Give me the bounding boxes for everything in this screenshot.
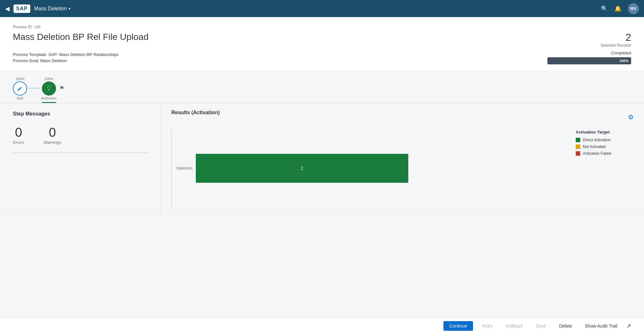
lightbulb-icon bbox=[46, 85, 52, 92]
edit-icon bbox=[17, 86, 23, 91]
step-area: 100% Edit 100% Activation ⚑ bbox=[0, 71, 644, 103]
chart-area: Deletions 2 bbox=[171, 130, 569, 207]
panels-area: Step Messages 0 Errors 0 Warnings Result… bbox=[0, 103, 644, 214]
step-activation-circle[interactable] bbox=[42, 81, 56, 96]
back-button[interactable]: ◀ bbox=[5, 5, 10, 12]
steps-row: 100% Edit 100% Activation ⚑ bbox=[13, 77, 631, 103]
warnings-number: 0 bbox=[43, 126, 61, 139]
app-header: ◀ SAP Mass Deletion ▾ 🔍 🔔 MV bbox=[0, 0, 644, 17]
completed-label: Completed bbox=[611, 51, 631, 55]
avatar[interactable]: MV bbox=[628, 3, 639, 14]
process-goal-label: Process Goal: Mass Deletion bbox=[13, 58, 118, 63]
search-icon[interactable]: 🔍 bbox=[601, 5, 608, 12]
legend-label-direct: Direct Activation bbox=[583, 138, 611, 142]
legend-item-not-activated: Not Activated bbox=[576, 144, 634, 149]
errors-number: 0 bbox=[13, 126, 24, 139]
right-panel: Results (Activation) ⚙ Deletions 2 bbox=[161, 103, 644, 213]
step-connector-1 bbox=[28, 88, 40, 88]
process-meta: Process Template: SAP: Mass Deletion BP … bbox=[13, 52, 118, 64]
app-title-text: Mass Deletion bbox=[34, 6, 67, 12]
app-title: Mass Deletion ▾ bbox=[34, 6, 71, 12]
process-id: Process ID: 130 bbox=[13, 25, 631, 29]
selected-records-label: Selected Records bbox=[601, 43, 631, 48]
step-edit-pct: 100% bbox=[15, 77, 24, 81]
app-title-chevron-icon[interactable]: ▾ bbox=[69, 6, 71, 11]
bar-row: Deletions 2 bbox=[175, 154, 569, 183]
errors-label: Errors bbox=[13, 140, 24, 145]
selected-records-block: 2 Selected Records bbox=[601, 32, 631, 48]
main-content: Process ID: 130 Mass Deletion BP Rel Fil… bbox=[0, 17, 644, 71]
left-panel: Step Messages 0 Errors 0 Warnings bbox=[0, 103, 161, 213]
sap-logo: SAP bbox=[14, 5, 30, 13]
legend-color-direct bbox=[576, 138, 580, 142]
process-title: Mass Deletion BP Rel File Upload bbox=[13, 32, 148, 42]
warnings-label: Warnings bbox=[43, 140, 61, 145]
legend-title: Activation Target bbox=[576, 130, 634, 135]
legend-label-not-activated: Not Activated bbox=[583, 144, 606, 149]
step-activation-label: Activation bbox=[41, 96, 57, 100]
step-edit[interactable]: 100% Edit bbox=[13, 77, 27, 103]
selected-records-number: 2 bbox=[601, 32, 631, 43]
progress-pct-text: 100% bbox=[620, 59, 629, 63]
step-messages-title: Step Messages bbox=[13, 111, 148, 117]
legend-item-direct: Direct Activation bbox=[576, 138, 634, 142]
step-activation[interactable]: 100% Activation bbox=[41, 77, 57, 103]
metrics-row: 0 Errors 0 Warnings bbox=[13, 126, 148, 145]
settings-icon[interactable]: ⚙ bbox=[628, 113, 634, 121]
legend-item-failed: Activation Failed bbox=[576, 151, 634, 156]
right-panel-header: Results (Activation) ⚙ bbox=[171, 110, 634, 125]
bar-label: Deletions bbox=[175, 166, 193, 171]
legend-color-failed bbox=[576, 151, 580, 156]
bar-green: 2 bbox=[196, 154, 408, 183]
notification-icon[interactable]: 🔔 bbox=[614, 5, 621, 12]
errors-block: 0 Errors bbox=[13, 126, 24, 145]
legend-label-failed: Activation Failed bbox=[583, 151, 611, 156]
panel-divider bbox=[13, 153, 148, 153]
finish-flag-icon: ⚑ bbox=[57, 85, 67, 92]
legend-color-not-activated bbox=[576, 144, 580, 149]
progress-bar: 100% bbox=[547, 57, 631, 64]
results-title: Results (Activation) bbox=[171, 110, 220, 116]
step-edit-circle[interactable] bbox=[13, 81, 27, 96]
chart-bar-section: Deletions 2 bbox=[172, 130, 569, 207]
process-template-label: Process Template: SAP: Mass Deletion BP … bbox=[13, 52, 118, 57]
header-icons: 🔍 🔔 MV bbox=[601, 3, 639, 14]
chart-legend: Activation Target Direct Activation Not … bbox=[576, 130, 634, 158]
warnings-block: 0 Warnings bbox=[43, 126, 61, 145]
chart-container: Deletions 2 Activation Target Direct Act… bbox=[171, 130, 634, 207]
step-edit-label: Edit bbox=[17, 96, 23, 100]
chart-inner: Deletions 2 bbox=[171, 130, 569, 207]
progress-section: Completed 100% bbox=[547, 51, 631, 64]
step-activation-pct: 100% bbox=[44, 77, 53, 81]
